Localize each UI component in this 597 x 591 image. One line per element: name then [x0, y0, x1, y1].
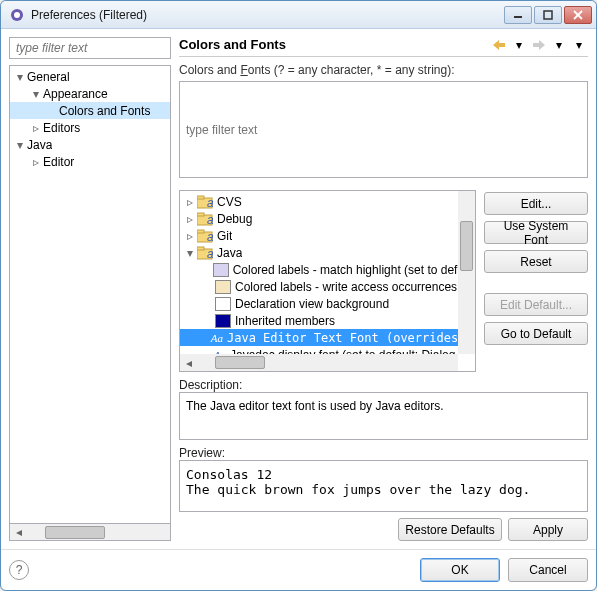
- nav-menu-icon[interactable]: ▾: [570, 37, 588, 53]
- preview-label: Preview:: [179, 446, 588, 460]
- tree-row[interactable]: AaJava Editor Text Font (overrides defau…: [180, 329, 458, 346]
- tree-label: Java Editor Text Font (overrides default…: [227, 331, 458, 345]
- apply-button[interactable]: Apply: [508, 518, 588, 541]
- tree-label: Editor: [43, 155, 74, 169]
- colors-fonts-filter-input[interactable]: [179, 81, 588, 178]
- folder-icon: a: [197, 195, 213, 209]
- bottombar: ? OK Cancel: [1, 549, 596, 590]
- tree-label: Editors: [43, 121, 80, 135]
- svg-rect-10: [197, 213, 204, 216]
- minimize-button[interactable]: [504, 6, 532, 24]
- svg-text:a: a: [207, 230, 213, 243]
- tree-row[interactable]: Inherited members: [180, 312, 458, 329]
- nav-back-button[interactable]: [490, 37, 508, 53]
- tree-row[interactable]: ▹aCVS: [180, 193, 458, 210]
- svg-rect-16: [197, 247, 204, 250]
- description-label: Description:: [179, 378, 588, 392]
- sidebar-item[interactable]: Colors and Fonts: [10, 102, 170, 119]
- tree-label: Declaration view background: [235, 297, 389, 311]
- help-icon[interactable]: ?: [9, 560, 29, 580]
- twisty-icon[interactable]: ▹: [30, 121, 41, 135]
- tree-row[interactable]: Colored labels - write access occurrence…: [180, 278, 458, 295]
- tree-row[interactable]: ▾aJava: [180, 244, 458, 261]
- tree-label: Java: [217, 246, 242, 260]
- sidebar-item[interactable]: ▾Java: [10, 136, 170, 153]
- colors-fonts-tree[interactable]: ▹aCVS▹aDebug▹aGit▾aJavaColored labels - …: [179, 190, 476, 372]
- close-button[interactable]: [564, 6, 592, 24]
- font-icon: Aa: [211, 332, 223, 344]
- tree-row[interactable]: ▹aDebug: [180, 210, 458, 227]
- twisty-icon[interactable]: ▾: [30, 87, 41, 101]
- folder-icon: a: [197, 229, 213, 243]
- folder-icon: a: [197, 212, 213, 226]
- sidebar-tree[interactable]: ▾General▾AppearanceColors and Fonts▹Edit…: [9, 65, 171, 524]
- svg-rect-7: [197, 196, 204, 199]
- tree-label: Colored labels - match highlight (set to…: [233, 263, 458, 277]
- color-swatch-icon: [213, 263, 229, 277]
- svg-text:a: a: [207, 196, 213, 209]
- page-title: Colors and Fonts: [179, 37, 286, 52]
- tree-label: Appearance: [43, 87, 108, 101]
- twisty-icon[interactable]: ▾: [184, 246, 195, 260]
- tree-row[interactable]: AaJavadoc display font (set to default: …: [180, 346, 458, 354]
- svg-text:a: a: [207, 247, 213, 260]
- tree-label: Java: [27, 138, 52, 152]
- sidebar-item[interactable]: ▹Editors: [10, 119, 170, 136]
- tree-row[interactable]: ▹aGit: [180, 227, 458, 244]
- folder-icon: a: [197, 246, 213, 260]
- reset-button[interactable]: Reset: [484, 250, 588, 273]
- sidebar-item[interactable]: ▾Appearance: [10, 85, 170, 102]
- sidebar-item[interactable]: ▾General: [10, 68, 170, 85]
- tree-label: Debug: [217, 212, 252, 226]
- tree-label: Colored labels - write access occurrence…: [235, 280, 457, 294]
- use-system-font-button[interactable]: Use System Font: [484, 221, 588, 244]
- window-title: Preferences (Filtered): [31, 8, 504, 22]
- tree-label: Inherited members: [235, 314, 335, 328]
- twisty-icon[interactable]: ▹: [30, 155, 41, 169]
- app-icon: [9, 7, 25, 23]
- svg-rect-3: [544, 11, 552, 19]
- color-swatch-icon: [215, 280, 231, 294]
- svg-point-1: [14, 12, 20, 18]
- svg-text:a: a: [207, 213, 213, 226]
- cancel-button[interactable]: Cancel: [508, 558, 588, 582]
- ok-button[interactable]: OK: [420, 558, 500, 582]
- restore-defaults-button[interactable]: Restore Defaults: [398, 518, 502, 541]
- nav-back-menu-icon[interactable]: ▾: [510, 37, 528, 53]
- sidebar-hscrollbar[interactable]: ◂: [9, 524, 171, 541]
- preview-text: Consolas 12 The quick brown fox jumps ov…: [179, 460, 588, 512]
- edit-button[interactable]: Edit...: [484, 192, 588, 215]
- sidebar-filter-input[interactable]: [9, 37, 171, 59]
- sidebar: ▾General▾AppearanceColors and Fonts▹Edit…: [9, 37, 171, 541]
- edit-default-button: Edit Default...: [484, 293, 588, 316]
- go-to-default-button[interactable]: Go to Default: [484, 322, 588, 345]
- tree-label: CVS: [217, 195, 242, 209]
- tree-hscrollbar[interactable]: ◂: [180, 354, 458, 371]
- tree-row[interactable]: Colored labels - match highlight (set to…: [180, 261, 458, 278]
- twisty-icon[interactable]: ▹: [184, 229, 195, 243]
- main-panel: Colors and Fonts ▾ ▾ ▾ Colors and Fonts …: [179, 37, 588, 541]
- twisty-icon[interactable]: ▾: [14, 138, 25, 152]
- filter-hint: Colors and Fonts (? = any character, * =…: [179, 63, 588, 77]
- tree-label: Git: [217, 229, 232, 243]
- svg-rect-13: [197, 230, 204, 233]
- tree-label: General: [27, 70, 70, 84]
- description-text: The Java editor text font is used by Jav…: [179, 392, 588, 440]
- maximize-button[interactable]: [534, 6, 562, 24]
- sidebar-item[interactable]: ▹Editor: [10, 153, 170, 170]
- color-swatch-icon: [215, 314, 231, 328]
- tree-vscrollbar[interactable]: [458, 191, 475, 354]
- color-swatch-icon: [215, 297, 231, 311]
- twisty-icon[interactable]: ▹: [184, 195, 195, 209]
- nav-forward-menu-icon[interactable]: ▾: [550, 37, 568, 53]
- preferences-window: Preferences (Filtered) ▾General▾Appearan…: [0, 0, 597, 591]
- twisty-icon[interactable]: ▾: [14, 70, 25, 84]
- twisty-icon[interactable]: ▹: [184, 212, 195, 226]
- titlebar[interactable]: Preferences (Filtered): [1, 1, 596, 29]
- tree-row[interactable]: Declaration view background: [180, 295, 458, 312]
- tree-label: Colors and Fonts: [59, 104, 150, 118]
- nav-forward-button[interactable]: [530, 37, 548, 53]
